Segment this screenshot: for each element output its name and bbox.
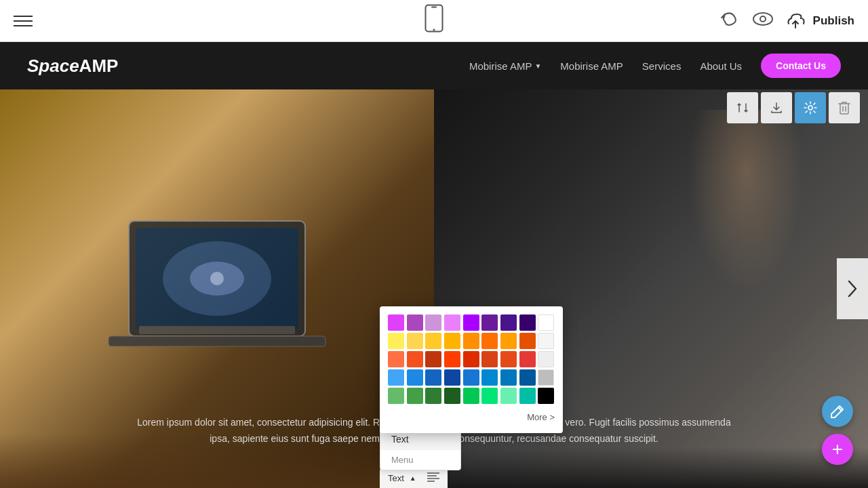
color-swatch[interactable] [500,351,517,367]
color-swatch[interactable] [425,333,441,349]
color-swatch[interactable] [425,369,441,386]
color-grid [388,314,555,404]
color-swatch[interactable] [519,314,536,331]
color-swatch[interactable] [463,388,479,404]
svg-rect-1 [431,7,437,8]
next-arrow[interactable] [837,258,868,319]
color-swatch[interactable] [481,388,498,404]
preview-icon[interactable] [752,12,774,30]
svg-point-4 [760,16,766,22]
phone-preview-icon[interactable] [425,16,443,37]
color-swatch-black[interactable] [538,388,554,404]
nav-links: Mobirise AMP ▼ Mobirise AMP Services Abo… [469,54,841,78]
bottom-text-bar: Text ▲ [380,468,448,488]
color-swatch[interactable] [425,314,441,331]
hero-section: Lorem ipsum dolor sit amet, consectetur … [0,89,868,488]
undo-icon[interactable] [719,10,740,32]
color-swatch[interactable] [481,369,498,386]
brand-italic: Space [27,56,79,76]
color-picker-popup: More > [380,306,563,433]
color-swatch[interactable] [519,351,536,367]
edit-fab-button[interactable] [822,396,853,427]
color-swatch[interactable] [388,351,404,367]
more-colors-link[interactable]: More > [388,409,555,425]
color-swatch[interactable] [500,333,517,349]
download-button[interactable] [761,92,792,123]
color-swatch[interactable] [463,314,479,331]
menu-icon[interactable] [14,16,33,26]
svg-point-3 [753,13,772,25]
add-icon: + [832,440,843,459]
text-style-label[interactable]: Text [388,473,404,483]
publish-button[interactable]: Publish [786,13,854,29]
color-swatch[interactable] [463,369,479,386]
color-swatch[interactable] [481,314,498,331]
text-arrow-icon[interactable]: ▲ [410,474,416,482]
nav-link-mobirise1[interactable]: Mobirise AMP ▼ [469,60,541,72]
toolbar-center [425,4,443,37]
sort-button[interactable] [727,92,758,123]
svg-point-2 [433,29,435,31]
delete-button[interactable] [829,92,860,123]
dropdown-arrow-icon: ▼ [534,62,541,70]
color-swatch[interactable] [463,351,479,367]
contact-button[interactable]: Contact Us [761,54,841,78]
color-swatch[interactable] [407,369,423,386]
color-swatch[interactable] [538,351,554,367]
color-swatch[interactable] [444,314,460,331]
color-swatch[interactable] [500,314,517,331]
color-swatch[interactable] [407,351,423,367]
top-toolbar: Publish [0,0,868,42]
color-swatch[interactable] [463,333,479,349]
color-swatch[interactable] [481,333,498,349]
color-swatch[interactable] [519,333,536,349]
svg-rect-10 [108,336,326,346]
text-align-icon[interactable] [427,472,439,484]
color-swatch[interactable] [388,333,404,349]
color-swatch[interactable] [519,369,536,386]
color-swatch[interactable] [444,333,460,349]
navbar: SpaceAMP Mobirise AMP ▼ Mobirise AMP Ser… [0,42,868,89]
color-swatch[interactable] [425,388,441,404]
color-swatch[interactable] [407,333,423,349]
brand-logo: SpaceAMP [27,56,118,77]
nav-link-mobirise2[interactable]: Mobirise AMP [560,60,623,72]
color-swatch[interactable] [444,351,460,367]
color-swatch[interactable] [388,314,404,331]
color-swatch[interactable] [538,333,554,349]
color-swatch[interactable] [500,369,517,386]
nav-link-services[interactable]: Services [642,60,682,72]
color-swatch[interactable] [500,388,517,404]
svg-rect-0 [426,5,443,32]
color-swatch[interactable] [444,369,460,386]
style-menu[interactable]: Menu [380,450,460,470]
add-fab-button[interactable]: + [822,434,853,465]
color-swatch-white[interactable] [538,314,554,331]
nav-link-about[interactable]: About Us [700,60,742,72]
svg-point-12 [808,106,812,110]
color-swatch[interactable] [425,351,441,367]
color-swatch[interactable] [519,388,536,404]
color-swatch[interactable] [388,369,404,386]
color-swatch[interactable] [388,388,404,404]
svg-point-9 [210,272,224,285]
color-swatch[interactable] [444,388,460,404]
color-swatch[interactable] [407,314,423,331]
color-swatch[interactable] [538,369,554,386]
color-swatch[interactable] [481,351,498,367]
brand-bold: AMP [79,56,119,76]
settings-button[interactable] [795,92,826,123]
hero-overlay-toolbar [727,92,860,123]
toolbar-right: Publish [719,10,854,32]
publish-label: Publish [813,14,854,28]
svg-rect-11 [139,326,295,334]
toolbar-left [14,16,33,26]
color-swatch[interactable] [407,388,423,404]
